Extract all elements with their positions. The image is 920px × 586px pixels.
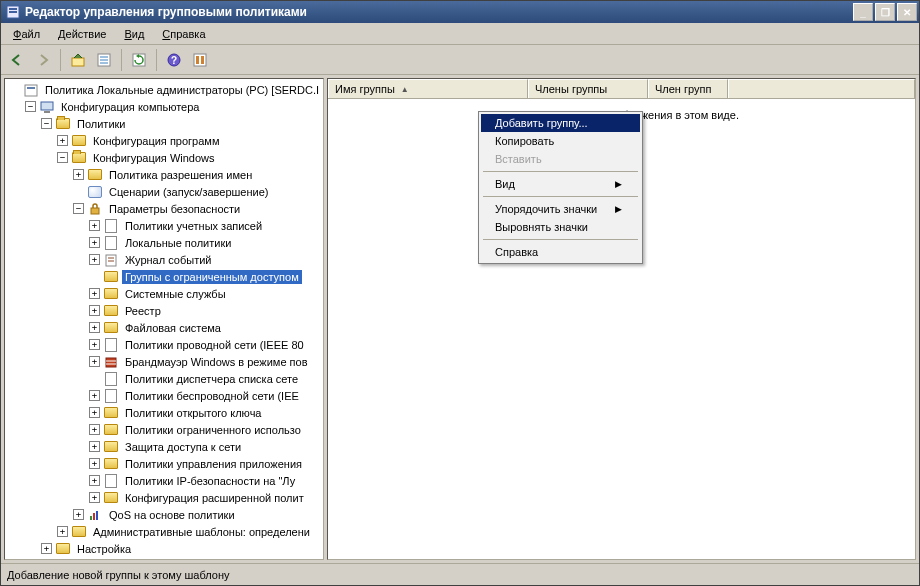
expand-icon[interactable]: + <box>89 305 100 316</box>
back-button[interactable] <box>5 48 29 72</box>
expand-icon[interactable]: + <box>41 543 52 554</box>
ctx-help[interactable]: Справка <box>481 243 640 261</box>
tree-qos[interactable]: +QoS на основе политики <box>73 506 323 523</box>
ctx-view[interactable]: Вид▶ <box>481 175 640 193</box>
wireless-icon <box>103 389 119 403</box>
expand-icon[interactable]: + <box>89 356 100 367</box>
svg-rect-16 <box>41 102 53 110</box>
expand-icon[interactable]: + <box>89 424 100 435</box>
expand-icon[interactable]: + <box>89 339 100 350</box>
menu-file[interactable]: Файл <box>5 26 48 42</box>
expand-icon[interactable]: + <box>89 441 100 452</box>
help-button[interactable]: ? <box>162 48 186 72</box>
ctx-add-group[interactable]: Добавить группу... <box>481 114 640 132</box>
collapse-icon[interactable]: − <box>73 203 84 214</box>
expand-icon[interactable]: + <box>89 390 100 401</box>
netlist-icon <box>103 372 119 386</box>
tree-scenarios[interactable]: Сценарии (запуск/завершение) <box>73 183 323 200</box>
tree-pane[interactable]: Политика Локальные администраторы (PC) [… <box>4 78 324 560</box>
expand-icon[interactable]: + <box>89 288 100 299</box>
refresh-button[interactable] <box>127 48 151 72</box>
maximize-button[interactable]: ❐ <box>875 3 895 21</box>
policy-icon <box>23 83 39 97</box>
folder-icon <box>56 543 70 554</box>
tree-event-log[interactable]: +Журнал событий <box>89 251 323 268</box>
tree-admin-templates[interactable]: +Административные шаблоны: определени <box>57 523 323 540</box>
tree-name-res[interactable]: +Политика разрешения имен <box>73 166 323 183</box>
col-member-of[interactable]: Член групп <box>648 79 728 98</box>
ctx-copy[interactable]: Копировать <box>481 132 640 150</box>
tree-firewall[interactable]: +Брандмауэр Windows в режиме пов <box>89 353 323 370</box>
menubar: Файл Действие Вид Справка <box>1 23 919 45</box>
expand-icon[interactable]: + <box>89 322 100 333</box>
tree-local-policies[interactable]: +Локальные политики <box>89 234 323 251</box>
menu-view[interactable]: Вид <box>116 26 152 42</box>
tree-computer-config[interactable]: − Конфигурация компьютера <box>25 98 323 115</box>
expand-icon[interactable]: + <box>89 407 100 418</box>
lock-icon <box>87 202 103 216</box>
tree-nap[interactable]: +Защита доступа к сети <box>89 438 323 455</box>
tree-security-params[interactable]: −Параметры безопасности <box>73 200 323 217</box>
minimize-button[interactable]: _ <box>853 3 873 21</box>
titlebar[interactable]: Редактор управления групповыми политикам… <box>1 1 919 23</box>
expand-icon[interactable]: + <box>89 254 100 265</box>
options-button[interactable] <box>188 48 212 72</box>
qos-icon <box>87 508 103 522</box>
network-icon <box>103 338 119 352</box>
collapse-icon[interactable]: − <box>41 118 52 129</box>
tree-restricted-groups[interactable]: Группы с ограниченным доступом <box>89 268 323 285</box>
col-group-name[interactable]: Имя группы▲ <box>328 79 528 98</box>
folder-icon <box>104 288 118 299</box>
tree-netlist[interactable]: Политики диспетчера списка сете <box>89 370 323 387</box>
toolbar: ? <box>1 45 919 75</box>
menu-help[interactable]: Справка <box>154 26 213 42</box>
svg-rect-12 <box>196 56 199 64</box>
svg-rect-27 <box>96 511 98 520</box>
tree-sys-services[interactable]: +Системные службы <box>89 285 323 302</box>
expand-icon[interactable]: + <box>89 237 100 248</box>
col-members[interactable]: Члены группы <box>528 79 648 98</box>
expand-icon[interactable]: + <box>57 526 68 537</box>
expand-icon[interactable]: + <box>73 169 84 180</box>
expand-icon[interactable]: + <box>89 458 100 469</box>
folder-icon <box>104 458 118 469</box>
ctx-align-icons[interactable]: Выровнять значки <box>481 218 640 236</box>
tree-settings[interactable]: +Настройка <box>41 540 323 557</box>
svg-rect-15 <box>27 87 35 89</box>
ctx-arrange-icons[interactable]: Упорядочить значки▶ <box>481 200 640 218</box>
tree-prog-config[interactable]: +Конфигурация программ <box>57 132 323 149</box>
tree-registry[interactable]: +Реестр <box>89 302 323 319</box>
forward-button[interactable] <box>31 48 55 72</box>
properties-button[interactable] <box>92 48 116 72</box>
tree-wired[interactable]: +Политики проводной сети (IEEE 80 <box>89 336 323 353</box>
script-icon <box>87 185 103 199</box>
close-button[interactable]: ✕ <box>897 3 917 21</box>
tree-policies[interactable]: − Политики <box>41 115 323 132</box>
expand-icon[interactable]: + <box>89 220 100 231</box>
up-button[interactable] <box>66 48 90 72</box>
svg-rect-14 <box>25 85 37 96</box>
tree-acct-policies[interactable]: +Политики учетных записей <box>89 217 323 234</box>
expand-icon[interactable]: + <box>89 492 100 503</box>
collapse-icon[interactable]: − <box>57 152 68 163</box>
tree-filesystem[interactable]: +Файловая система <box>89 319 323 336</box>
list-body[interactable]: Нет элементов для отображения в этом вид… <box>328 99 915 559</box>
tree-pubkey[interactable]: +Политики открытого ключа <box>89 404 323 421</box>
collapse-icon[interactable]: − <box>25 101 36 112</box>
tree-wireless[interactable]: +Политики беспроводной сети (IEE <box>89 387 323 404</box>
ctx-paste: Вставить <box>481 150 640 168</box>
tree-app-control[interactable]: +Политики управления приложения <box>89 455 323 472</box>
list-pane: Имя группы▲ Члены группы Член групп Нет … <box>327 78 916 560</box>
expand-icon[interactable]: + <box>73 509 84 520</box>
svg-rect-18 <box>91 208 99 214</box>
expand-icon[interactable]: + <box>57 135 68 146</box>
expand-icon[interactable]: + <box>89 475 100 486</box>
folder-icon <box>104 322 118 333</box>
tree-root[interactable]: Политика Локальные администраторы (PC) [… <box>9 81 323 98</box>
sort-asc-icon: ▲ <box>401 85 409 94</box>
tree-win-config[interactable]: −Конфигурация Windows <box>57 149 323 166</box>
tree-software-restrict[interactable]: +Политики ограниченного использо <box>89 421 323 438</box>
tree-ipsec[interactable]: +Политики IP-безопасности на "Лу <box>89 472 323 489</box>
menu-action[interactable]: Действие <box>50 26 114 42</box>
tree-adv-audit[interactable]: +Конфигурация расширенной полит <box>89 489 323 506</box>
